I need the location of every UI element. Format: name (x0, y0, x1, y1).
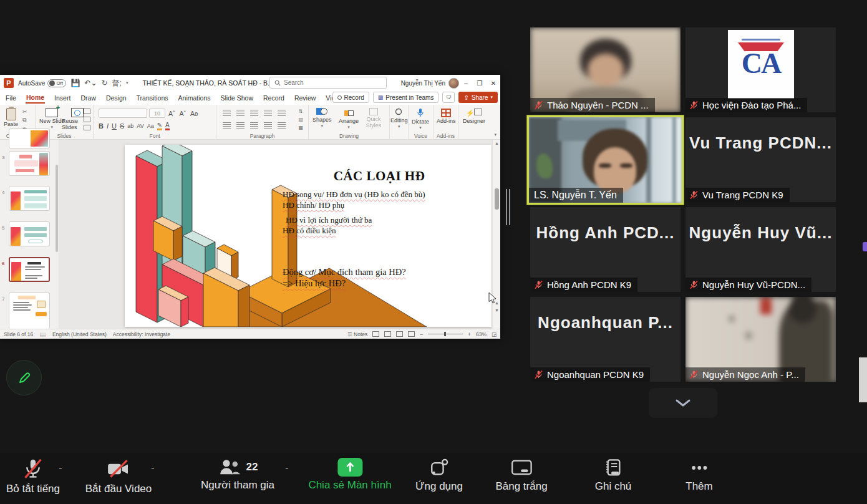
dictate-button[interactable]: Dictate▾ (412, 108, 429, 130)
normal-view-icon[interactable] (372, 331, 379, 337)
tab-file[interactable]: File (5, 93, 17, 103)
comments-icon[interactable]: 🗨 (442, 92, 455, 103)
slide-canvas[interactable]: CÁC LOẠI HĐ HĐ song vụ/ HĐ đơn vụ (HĐ ko… (125, 145, 492, 327)
text-shadow-button[interactable]: ab (127, 123, 133, 129)
share-button[interactable]: ⇪Share▾ (458, 92, 498, 103)
zoom-out-icon[interactable]: – (420, 331, 423, 337)
notes-toggle[interactable]: ☰ Notes (347, 331, 367, 337)
panel-drag-handle[interactable] (506, 189, 512, 225)
decrease-indent-icon[interactable] (250, 110, 258, 116)
numbering-icon[interactable] (236, 110, 245, 116)
justify-icon[interactable] (264, 122, 272, 128)
accessibility-indicator[interactable]: Accessibility: Investigate (113, 331, 170, 337)
reading-view-icon[interactable] (396, 331, 403, 337)
slide-thumbnail-5[interactable] (9, 221, 50, 246)
tab-draw[interactable]: Draw (80, 93, 97, 103)
slide-thumbnail-6-selected[interactable] (9, 257, 50, 282)
tab-design[interactable]: Design (105, 93, 127, 103)
qat-customize-icon[interactable]: ▾ (126, 80, 128, 85)
participants-button[interactable]: 22 Người tham gia (201, 458, 274, 492)
scroll-up-icon[interactable]: ▲ (495, 141, 499, 145)
align-text-icon[interactable]: ▤ (298, 117, 303, 122)
restore-button[interactable]: ❐ (473, 75, 487, 91)
tab-record[interactable]: Record (263, 93, 285, 103)
slide-thumbnail-2[interactable] (9, 128, 50, 148)
fit-slide-icon[interactable]: ◲ (492, 331, 496, 337)
grow-font-icon[interactable]: Aˆ (167, 110, 177, 117)
align-center-icon[interactable] (236, 122, 245, 128)
strikethrough-button[interactable]: S (120, 122, 124, 130)
edge-widget[interactable] (863, 242, 867, 251)
section-icon[interactable] (84, 125, 90, 130)
start-slideshow-icon[interactable]: 督; (112, 78, 122, 89)
undo-icon[interactable]: ↶⌄ (84, 79, 97, 87)
participant-tile[interactable]: Nguyễn Ngọc Anh - P... (685, 297, 836, 382)
language-indicator[interactable]: English (United States) (52, 331, 107, 337)
slide-thumbnail-4[interactable] (9, 186, 50, 211)
present-in-teams-button[interactable]: ▩Present in Teams (373, 92, 439, 103)
minimize-button[interactable]: – (459, 75, 473, 91)
spellcheck-icon[interactable]: 📖 (39, 331, 46, 337)
next-slide-icon[interactable]: ▼ (495, 308, 499, 313)
convert-smartart-icon[interactable]: ▦ (298, 125, 303, 130)
align-left-icon[interactable] (223, 122, 231, 128)
slide-thumbnail-3[interactable] (9, 151, 50, 176)
quick-styles-button[interactable]: Quick Styles (364, 108, 384, 128)
slide-thumbnail-7[interactable] (9, 293, 50, 329)
cut-icon[interactable]: ✂ (22, 109, 27, 115)
character-spacing-button[interactable]: AV (137, 123, 143, 129)
italic-button[interactable]: I (107, 122, 109, 130)
tab-transitions[interactable]: Transitions (136, 93, 169, 103)
participants-options-chevron[interactable]: ˆ (286, 467, 288, 476)
collapse-ribbon-icon[interactable]: ▾ (494, 132, 496, 137)
font-size-combobox[interactable]: 10 (149, 109, 165, 118)
zoom-level[interactable]: 63% (476, 331, 487, 337)
addins-button[interactable]: Add-ins (437, 109, 456, 124)
new-slide-button[interactable]: New Slide▾ (39, 108, 65, 130)
increase-indent-icon[interactable] (264, 110, 272, 116)
tab-insert[interactable]: Insert (54, 93, 71, 103)
start-video-button[interactable]: Bắt đầu Video (85, 458, 152, 495)
share-screen-button[interactable]: Chia sẻ Màn hình (308, 458, 391, 492)
apps-button[interactable]: Ứng dụng (415, 458, 463, 493)
tab-animations[interactable]: Animations (178, 93, 211, 103)
line-spacing-icon[interactable] (278, 110, 286, 116)
participant-tile[interactable]: Nguyễn Huy Vũ... Nguyễn Huy Vũ-PCDN... (685, 207, 836, 292)
designer-button[interactable]: ⚡ Designer (463, 109, 485, 124)
redo-icon[interactable]: ↻ (101, 79, 107, 87)
copy-icon[interactable]: ⧉ (22, 117, 27, 124)
gallery-collapse-button[interactable] (649, 388, 717, 418)
autosave-toggle[interactable]: AutoSave Off (18, 79, 66, 87)
underline-button[interactable]: U (112, 122, 117, 130)
tab-review[interactable]: Review (294, 93, 316, 103)
more-button[interactable]: Thêm (685, 458, 712, 493)
reset-icon[interactable] (84, 117, 90, 122)
video-options-chevron[interactable]: ˆ (152, 467, 154, 476)
save-icon[interactable]: 💾 (70, 79, 80, 87)
shrink-font-icon[interactable]: Aˇ (178, 110, 188, 117)
bold-button[interactable]: B (99, 122, 104, 130)
account-user-name[interactable]: Nguyễn Thị Yến (401, 80, 445, 87)
search-box[interactable] (269, 77, 387, 89)
zoom-in-icon[interactable]: + (468, 331, 471, 337)
editing-button[interactable]: Editing▾ (390, 108, 408, 129)
active-speaker-tile[interactable]: LS. Nguyễn T. Yến (527, 115, 684, 205)
zoom-slider[interactable] (428, 334, 463, 334)
bullets-icon[interactable] (223, 110, 231, 116)
notes-button[interactable]: Ghi chú (595, 458, 632, 493)
columns-icon[interactable] (278, 122, 286, 128)
tab-slide-show[interactable]: Slide Show (220, 93, 254, 103)
font-name-combobox[interactable] (99, 109, 147, 118)
record-button[interactable]: Record (332, 92, 369, 103)
tab-home[interactable]: Home (26, 92, 45, 104)
font-color-button[interactable]: A (165, 122, 170, 130)
whiteboard-button[interactable]: Bảng trắng (495, 458, 547, 493)
mute-button[interactable]: Bỏ tắt tiếng (6, 458, 60, 495)
slide-sorter-icon[interactable] (384, 331, 391, 337)
align-right-icon[interactable] (250, 122, 258, 128)
slide-number-indicator[interactable]: Slide 6 of 16 (4, 331, 33, 337)
arrange-button[interactable]: Arrange▾ (339, 108, 359, 130)
participant-tile[interactable]: Vu Trang PCDN... Vu Trang PCDN K9 (685, 117, 836, 202)
change-case-button[interactable]: Aa (147, 123, 154, 129)
annotate-button[interactable] (6, 360, 42, 395)
